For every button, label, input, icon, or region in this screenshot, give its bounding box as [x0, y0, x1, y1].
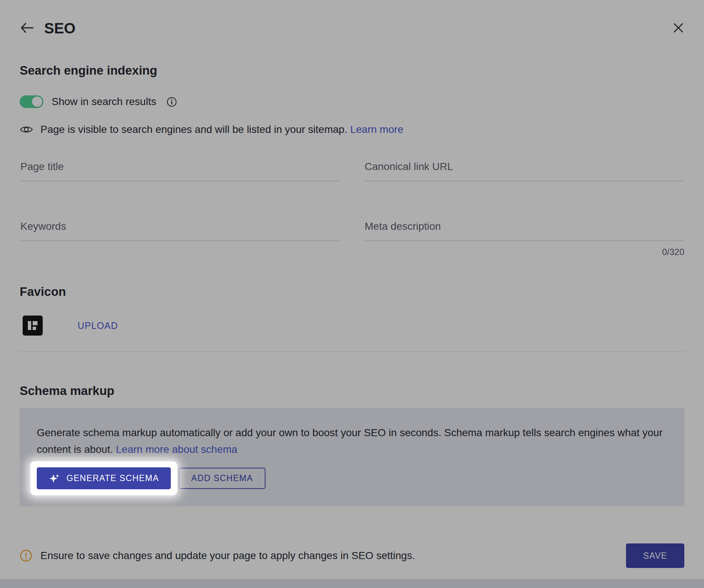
favicon-preview — [23, 316, 43, 336]
panel-header: SEO — [20, 20, 684, 37]
show-in-search-row: Show in search results — [20, 95, 684, 108]
seo-panel: SEO Search engine indexing Show in searc… — [0, 0, 704, 588]
meta-description-input[interactable] — [364, 220, 684, 241]
generate-schema-button[interactable]: GENERATE SCHEMA — [37, 467, 171, 489]
close-button[interactable] — [672, 22, 684, 35]
sparkle-icon — [49, 473, 60, 484]
back-button[interactable] — [20, 22, 34, 35]
favicon-row: UPLOAD — [20, 316, 684, 336]
page-title-input[interactable] — [20, 161, 340, 181]
canonical-url-field — [364, 161, 684, 181]
generate-schema-label: GENERATE SCHEMA — [66, 473, 159, 483]
page-title: SEO — [44, 20, 75, 37]
page-title-field — [20, 161, 340, 181]
eye-icon — [20, 125, 33, 134]
upload-button[interactable]: UPLOAD — [75, 320, 120, 331]
divider — [20, 352, 684, 352]
keywords-field — [20, 220, 340, 257]
schema-buttons-row: GENERATE SCHEMA ADD SCHEMA — [37, 467, 667, 489]
bottom-strip — [0, 579, 704, 588]
meta-description-field: 0/320 — [364, 220, 684, 257]
char-counter: 0/320 — [364, 247, 684, 257]
save-notice-text: Ensure to save changes and update your p… — [40, 550, 415, 562]
visibility-status-row: Page is visible to search engines and wi… — [20, 124, 684, 135]
panel-footer: Ensure to save changes and update your p… — [20, 543, 684, 568]
favicon-heading: Favicon — [20, 285, 684, 299]
close-icon — [672, 22, 684, 35]
learn-more-link[interactable]: Learn more — [350, 124, 403, 135]
warning-icon — [20, 549, 32, 562]
add-schema-button[interactable]: ADD SCHEMA — [179, 468, 265, 489]
search-engine-indexing-heading: Search engine indexing — [20, 63, 684, 78]
toggle-knob — [32, 97, 42, 107]
keywords-input[interactable] — [20, 220, 340, 241]
show-in-search-toggle[interactable] — [20, 95, 43, 108]
schema-panel: Generate schema markup automatically or … — [20, 408, 684, 506]
save-button[interactable]: SAVE — [626, 543, 684, 568]
visibility-status-text: Page is visible to search engines and wi… — [40, 124, 403, 135]
back-arrow-icon — [20, 22, 34, 35]
schema-markup-heading: Schema markup — [20, 384, 684, 398]
tutorial-spotlight: GENERATE SCHEMA — [30, 461, 177, 495]
schema-description: Generate schema markup automatically or … — [37, 424, 667, 458]
schema-learn-more-link[interactable]: Learn more about schema — [116, 444, 237, 455]
seo-fields-grid: 0/320 — [20, 161, 684, 257]
toggle-label: Show in search results — [52, 96, 156, 108]
canonical-url-input[interactable] — [364, 161, 684, 181]
info-icon[interactable] — [167, 97, 177, 107]
